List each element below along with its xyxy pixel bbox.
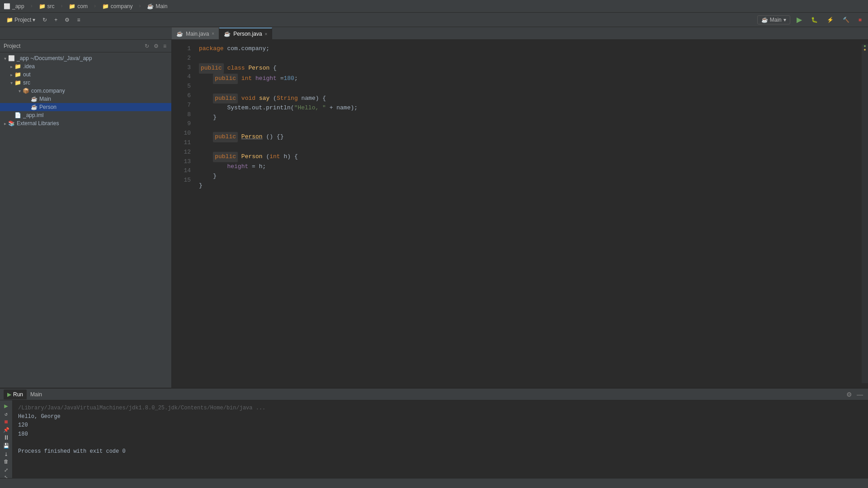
- sidebar-settings-btn[interactable]: ⚙: [152, 42, 160, 50]
- title-main[interactable]: ☕ Main: [147, 3, 167, 9]
- folder-icon-idea: 📁: [14, 63, 21, 70]
- run-button[interactable]: ▶: [794, 14, 805, 25]
- run-again-btn[interactable]: ▶: [1, 402, 11, 410]
- expand-out-icon: ▸: [8, 72, 14, 77]
- tree-out[interactable]: ▸ 📁 out: [0, 70, 171, 79]
- expand-btn[interactable]: ⤡: [1, 474, 11, 478]
- code-line-10: public Person () {}: [199, 132, 857, 142]
- code-line-15: }: [199, 181, 857, 191]
- code-line-1: package com.company;: [199, 44, 857, 54]
- gutter-mark-1: [864, 45, 866, 47]
- close-tab-person[interactable]: ×: [265, 32, 268, 37]
- run-config[interactable]: ☕ Main ▾: [757, 15, 790, 24]
- rerun-btn[interactable]: ↺: [1, 411, 11, 417]
- project-icon: ⬜: [8, 55, 15, 61]
- chevron-icon: ▾: [783, 17, 786, 23]
- file-icon-iml: 📄: [14, 112, 21, 118]
- close-tab-main[interactable]: ×: [212, 31, 214, 36]
- output-line-2: Hello, George: [18, 413, 863, 421]
- title-src[interactable]: 📁 src: [39, 3, 55, 9]
- toolbar-right: ☕ Main ▾ ▶ 🐛 ⚡ 🔨 ■: [757, 14, 864, 25]
- settings-run-btn[interactable]: ⚙: [845, 390, 854, 399]
- code-line-6: public void say ( String name) {: [199, 94, 857, 104]
- output-line-1: /Library/Java/JavaVirtualMachines/jdk1.8…: [18, 404, 863, 413]
- output-line-5: [18, 439, 863, 447]
- output-line-6: Process finished with exit code 0: [18, 447, 863, 456]
- code-line-7: System.out.println( "Hello, " + name);: [199, 103, 857, 113]
- folder-icon: 📁: [39, 3, 46, 9]
- stop-button[interactable]: ■: [856, 16, 864, 24]
- project-tree: ▾ ⬜ _app ~/Documents/_Java/_app ▸ 📁 .ide…: [0, 52, 171, 388]
- run-main-label: Main: [30, 391, 42, 398]
- debug-button[interactable]: 🐛: [808, 16, 821, 24]
- toolbar-left: 📁 Project ▾ ↻ + ⚙ ≡: [4, 16, 83, 24]
- tree-main[interactable]: ▸ ☕ Main: [0, 95, 171, 103]
- title-sep3: ›: [93, 3, 97, 9]
- run-config-icon: ☕: [761, 17, 768, 23]
- stop-run-btn[interactable]: ■: [1, 418, 11, 426]
- collapse-btn[interactable]: ⤢: [1, 467, 11, 473]
- tree-idea[interactable]: ▸ 📁 .idea: [0, 62, 171, 70]
- folder-icon-out: 📁: [14, 71, 21, 78]
- code-area: 1 2 3 4 5 6 7 8 9 10 11 12 13 14 15 p: [172, 40, 868, 388]
- output-line-4: 180: [18, 430, 863, 439]
- java-icon-main: ☕: [31, 96, 38, 102]
- editor-tabs: ☕ Main.java × ☕ Person.java ×: [0, 27, 868, 40]
- sync-btn[interactable]: ↻: [40, 16, 50, 24]
- title-company[interactable]: 📁 company: [102, 3, 133, 9]
- code-editor[interactable]: 1 2 3 4 5 6 7 8 9 10 11 12 13 14 15 p: [172, 40, 868, 388]
- coverage-button[interactable]: ⚡: [824, 16, 836, 24]
- sidebar-actions: ↻ ⚙ ≡: [143, 42, 168, 50]
- title-app[interactable]: ⬜ _app: [4, 3, 24, 9]
- expand-com-icon: ▾: [16, 89, 23, 94]
- main-content: Project ↻ ⚙ ≡ ▾ ⬜ _app ~/Documents/_Java…: [0, 40, 868, 388]
- pin-btn[interactable]: 📌: [1, 427, 11, 433]
- add-btn[interactable]: +: [52, 16, 60, 24]
- title-com[interactable]: 📁 com: [69, 3, 88, 9]
- chevron-down-icon: ▾: [33, 17, 35, 23]
- sidebar-sync-btn[interactable]: ↻: [143, 42, 151, 50]
- tab-main-java[interactable]: ☕ Main.java ×: [172, 28, 219, 39]
- code-line-11: [199, 142, 857, 152]
- java-icon-title: ☕: [147, 3, 154, 9]
- expand-src-icon: ▾: [8, 80, 14, 85]
- folder-icon-toolbar: 📁: [6, 17, 13, 23]
- settings-btn[interactable]: ⚙: [62, 16, 72, 24]
- tab-run[interactable]: ▶ Run: [4, 389, 27, 399]
- package-icon: 📦: [23, 88, 29, 94]
- dump-btn[interactable]: 💾: [1, 443, 11, 449]
- sidebar-gear-btn[interactable]: ≡: [162, 42, 168, 50]
- tree-src[interactable]: ▾ 📁 src: [0, 79, 171, 87]
- build-button[interactable]: 🔨: [840, 16, 852, 24]
- tree-app-iml[interactable]: ▸ 📄 _app.iml: [0, 111, 171, 119]
- code-line-5: [199, 84, 857, 94]
- pause-btn[interactable]: ⏸: [1, 434, 11, 441]
- tree-ext-libs[interactable]: ▸ 📚 External Libraries: [0, 119, 171, 127]
- title-sep2: ›: [60, 3, 64, 9]
- scroll-to-end-btn[interactable]: ⤓: [1, 451, 11, 457]
- run-controls: ▶ ↺ ■ 📌 ⏸ 💾 ⤓ 🗑 ⤢ ⤡ ✕: [0, 400, 13, 478]
- clear-btn[interactable]: 🗑: [1, 459, 11, 465]
- tree-root[interactable]: ▾ ⬜ _app ~/Documents/_Java/_app: [0, 54, 171, 62]
- expand-idea-icon: ▸: [8, 64, 14, 69]
- tree-com-company[interactable]: ▾ 📦 com.company: [0, 87, 171, 95]
- status-bar: [0, 478, 868, 488]
- tab-person-java[interactable]: ☕ Person.java ×: [219, 28, 272, 39]
- code-content[interactable]: package com.company; public class Person…: [194, 44, 862, 383]
- layout-btn[interactable]: ≡: [74, 16, 83, 24]
- code-line-14: }: [199, 172, 857, 181]
- library-icon: 📚: [8, 120, 15, 127]
- minimize-run-btn[interactable]: —: [855, 390, 864, 399]
- code-line-4: public int height = 180 ;: [199, 74, 857, 84]
- title-sep4: ›: [138, 3, 142, 9]
- project-dropdown[interactable]: 📁 Project ▾: [4, 16, 38, 24]
- code-line-8: }: [199, 113, 857, 122]
- bottom-actions: ⚙ —: [845, 390, 864, 399]
- gutter-mark-2: [864, 49, 866, 51]
- code-line-3: public class Person {: [199, 63, 857, 74]
- output-text: /Library/Java/JavaVirtualMachines/jdk1.8…: [13, 400, 868, 478]
- tree-person[interactable]: ▸ ☕ Person: [0, 103, 171, 111]
- expand-root-icon: ▾: [2, 56, 8, 61]
- folder-icon2: 📁: [69, 3, 75, 9]
- output-line-3: 120: [18, 421, 863, 430]
